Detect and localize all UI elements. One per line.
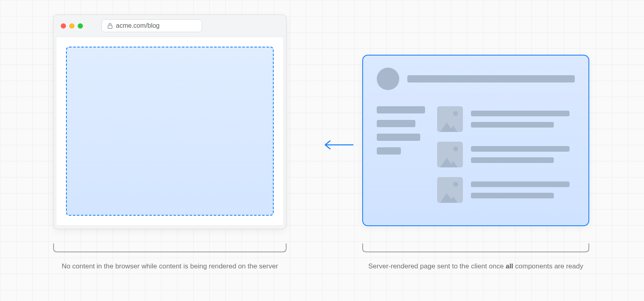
caption-right-bold: all	[506, 262, 513, 270]
caption-right: Server-rendered page sent to the client …	[362, 262, 589, 272]
text-line-skeleton	[471, 146, 570, 152]
list-item-skeleton	[437, 177, 575, 203]
page-header-skeleton	[377, 68, 575, 90]
bracket-icon	[362, 243, 589, 253]
page-body-skeleton	[377, 106, 575, 203]
address-bar: acme.com/blog	[101, 19, 202, 32]
text-line-skeleton	[471, 111, 570, 116]
text-line-skeleton	[471, 122, 554, 128]
browser-window: acme.com/blog	[53, 14, 287, 229]
content-list-skeleton	[437, 106, 575, 203]
image-skeleton-icon	[437, 142, 463, 167]
traffic-light-minimize-icon	[69, 23, 74, 29]
browser-viewport	[56, 37, 284, 226]
traffic-light-close-icon	[61, 23, 66, 29]
server-rendered-page	[362, 55, 589, 226]
caption-right-group: Server-rendered page sent to the client …	[362, 243, 589, 271]
list-item-skeleton	[437, 142, 575, 167]
text-line-skeleton	[471, 157, 554, 163]
list-item-skeleton	[437, 106, 575, 132]
image-skeleton-icon	[437, 106, 463, 132]
svg-rect-0	[108, 25, 112, 28]
browser-toolbar: acme.com/blog	[54, 15, 286, 37]
sidebar-line-skeleton	[377, 147, 401, 155]
image-skeleton-icon	[437, 177, 463, 203]
caption-left-group: No content in the browser while content …	[53, 243, 287, 271]
bracket-icon	[53, 243, 287, 253]
traffic-light-zoom-icon	[78, 23, 83, 29]
address-bar-url: acme.com/blog	[116, 22, 160, 29]
sidebar-skeleton	[377, 106, 425, 203]
traffic-lights	[61, 23, 83, 29]
text-line-skeleton	[471, 181, 570, 187]
avatar-skeleton	[377, 68, 399, 90]
text-line-skeleton	[471, 193, 554, 198]
sidebar-line-skeleton	[377, 120, 415, 127]
loading-placeholder	[66, 47, 274, 216]
caption-right-pre: Server-rendered page sent to the client …	[368, 262, 506, 270]
caption-right-post: components are ready	[513, 262, 583, 270]
lock-icon	[107, 23, 113, 29]
sidebar-line-skeleton	[377, 106, 425, 113]
title-skeleton	[407, 75, 575, 82]
caption-left: No content in the browser while content …	[53, 262, 287, 272]
sidebar-line-skeleton	[377, 134, 420, 141]
arrow-left-icon	[322, 137, 354, 153]
